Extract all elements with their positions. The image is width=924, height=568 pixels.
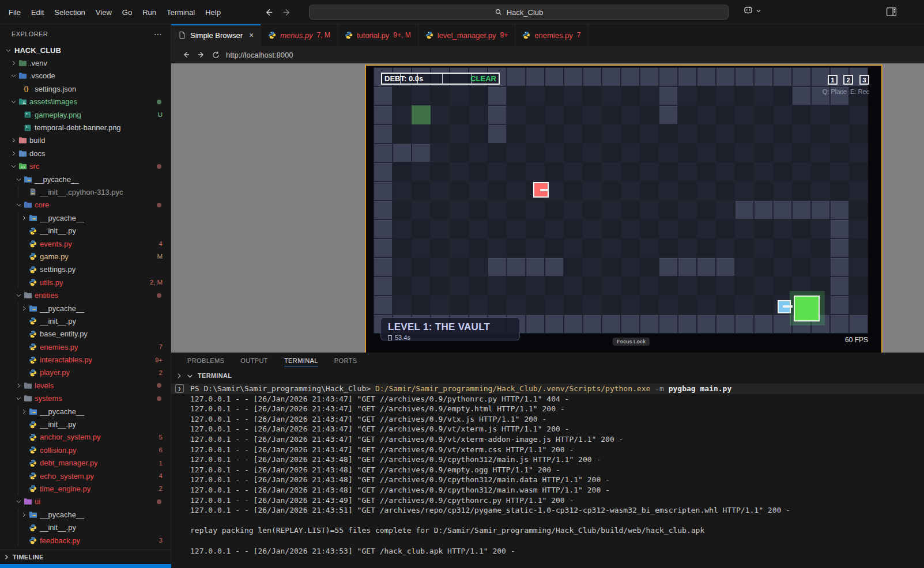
menu-help[interactable]: Help xyxy=(200,6,226,19)
tree-item-assets-images[interactable]: assets\images xyxy=(0,96,171,108)
floor-tile xyxy=(431,238,450,258)
tree-item-label: interactables.py xyxy=(40,355,92,364)
back-icon[interactable] xyxy=(264,7,274,17)
tree-item-docs[interactable]: docs xyxy=(0,147,171,160)
panel-tab-problems[interactable]: PROBLEMS xyxy=(187,353,224,369)
tree-item-settings-json[interactable]: {}settings.json xyxy=(0,82,171,95)
url-input[interactable] xyxy=(226,51,860,59)
wall-tile xyxy=(792,86,811,105)
menu-file[interactable]: File xyxy=(3,6,26,19)
floor-tile xyxy=(773,219,792,238)
floor-tile xyxy=(412,219,431,238)
timeline-section[interactable]: TIMELINE xyxy=(0,550,171,563)
tree-item-ui[interactable]: ui xyxy=(0,495,171,508)
tree-item-base-entity-py[interactable]: base_entity.py xyxy=(0,328,171,340)
browser-back-icon[interactable] xyxy=(182,50,191,59)
terminal-output[interactable]: ❯ PS D:\Samir\Samir_programming\Hack_Clu… xyxy=(171,383,924,556)
menu-run[interactable]: Run xyxy=(137,6,161,19)
floor-tile xyxy=(640,258,659,277)
floor-tile xyxy=(773,143,792,162)
tree-item--pycache-[interactable]: __pycache__ xyxy=(0,302,171,315)
git-badge: 6 xyxy=(159,446,163,453)
tree-item-feedback-py[interactable]: feedback.py3 xyxy=(0,534,171,547)
tree-item-src[interactable]: src xyxy=(0,160,171,173)
wall-tile xyxy=(754,315,773,334)
tree-item-collision-py[interactable]: collision.py6 xyxy=(0,444,171,456)
forward-icon[interactable] xyxy=(282,7,292,17)
panel-tab-output[interactable]: OUTPUT xyxy=(240,353,268,369)
floor-tile xyxy=(450,162,469,181)
tree-item-settings-py[interactable]: settings.py xyxy=(0,263,171,276)
command-center-search[interactable]: Hack_Club xyxy=(309,5,729,20)
copilot-menu[interactable] xyxy=(742,5,761,17)
floor-tile xyxy=(640,143,659,162)
tree-item-core[interactable]: core xyxy=(0,199,171,211)
tab-enemies-py[interactable]: enemies.py7 xyxy=(515,24,588,46)
clear-button[interactable]: CLEAR xyxy=(470,74,496,83)
tree-item-echo-system-py[interactable]: echo_system.py4 xyxy=(0,469,171,482)
slot-button-3[interactable]: 3 xyxy=(859,75,869,85)
tree-item--init-py[interactable]: __init__.py xyxy=(0,418,171,430)
tree-item--pycache-[interactable]: __pycache__ xyxy=(0,405,171,418)
tree-item-entities[interactable]: entities xyxy=(0,289,171,301)
tab-tutorial-py[interactable]: tutorial.py9+, M xyxy=(338,24,418,46)
tab-menus-py[interactable]: menus.py7, M xyxy=(261,24,338,46)
panel-tab-ports[interactable]: PORTS xyxy=(334,353,357,369)
search-value: Hack_Club xyxy=(507,8,544,17)
tree-item-build[interactable]: build xyxy=(0,134,171,147)
customize-layout-icon[interactable] xyxy=(885,6,897,18)
tree-item--init-py[interactable]: __init__.py xyxy=(0,315,171,327)
floor-tile xyxy=(564,296,583,315)
tree-item--pycache-[interactable]: __pycache__ xyxy=(0,173,171,185)
tree-item-utils-py[interactable]: utils.py2, M xyxy=(0,276,171,289)
menu-view[interactable]: View xyxy=(90,6,117,19)
browser-reload-icon[interactable] xyxy=(212,51,220,59)
py-icon xyxy=(29,356,40,364)
floor-tile xyxy=(735,124,754,143)
terminal-section-header[interactable]: TERMINAL xyxy=(171,369,924,383)
tree-item-time-engine-py[interactable]: time_engine.py2 xyxy=(0,482,171,495)
tree-item-debt-manager-py[interactable]: debt_manager.py1 xyxy=(0,457,171,469)
floor-tile xyxy=(488,296,507,315)
tree-item-game-py[interactable]: game.pyM xyxy=(0,250,171,263)
tree-item--init-py[interactable]: __init__.py xyxy=(0,224,171,237)
floor-tile xyxy=(849,277,868,296)
menu-terminal[interactable]: Terminal xyxy=(161,6,200,19)
tab-level-manager-py[interactable]: level_manager.py9+ xyxy=(418,24,516,46)
tree-item-gameplay-png[interactable]: gameplay.pngU xyxy=(0,108,171,121)
tree-item-events-py[interactable]: events.py4 xyxy=(0,237,171,250)
browser-forward-icon[interactable] xyxy=(197,50,206,59)
tree-item--pycache-[interactable]: __pycache__ xyxy=(0,508,171,521)
floor-tile xyxy=(431,277,450,296)
more-actions-icon[interactable]: ⋯ xyxy=(154,29,163,39)
floor-tile xyxy=(792,258,811,277)
tree-item-hack-club[interactable]: HACK_CLUB xyxy=(0,44,171,56)
tree-item--pycache-[interactable]: __pycache__ xyxy=(0,211,171,224)
floor-tile xyxy=(526,200,545,219)
menu-edit[interactable]: Edit xyxy=(26,6,49,19)
tree-item-enemies-py[interactable]: enemies.py7 xyxy=(0,340,171,353)
wall-tile xyxy=(697,258,716,277)
menu-selection[interactable]: Selection xyxy=(49,6,90,19)
chevron-right-icon xyxy=(176,373,182,379)
tree-item--venv[interactable]: .venv xyxy=(0,56,171,69)
close-icon[interactable]: × xyxy=(249,31,254,40)
slot-button-2[interactable]: 2 xyxy=(843,75,853,85)
game-canvas[interactable]: DEBT: 0.0s CLEAR 123 Q: Place E: Rec LEV… xyxy=(365,65,882,353)
indent-guide xyxy=(18,431,18,444)
tree-item--vscode[interactable]: .vscode xyxy=(0,70,171,82)
tab-simple-browser[interactable]: Simple Browser× xyxy=(171,24,261,46)
slot-button-1[interactable]: 1 xyxy=(828,75,838,85)
tree-item-temporal-debt-banner-png[interactable]: temporal-debt-banner.png xyxy=(0,121,171,134)
menu-go[interactable]: Go xyxy=(117,6,137,19)
floor-tile xyxy=(450,181,469,200)
wall-tile xyxy=(374,200,393,219)
tree-item-player-py[interactable]: player.py2 xyxy=(0,366,171,379)
tree-item--init-cpython-313-pyc[interactable]: __init__.cpython-313.pyc xyxy=(0,185,171,198)
tree-item-levels[interactable]: levels xyxy=(0,379,171,392)
panel-tab-terminal[interactable]: TERMINAL xyxy=(284,353,318,369)
tree-item-interactables-py[interactable]: interactables.py9+ xyxy=(0,353,171,366)
tree-item-systems[interactable]: systems xyxy=(0,392,171,405)
tree-item--init-py[interactable]: __init__.py xyxy=(0,521,171,533)
tree-item-anchor-system-py[interactable]: anchor_system.py5 xyxy=(0,431,171,444)
